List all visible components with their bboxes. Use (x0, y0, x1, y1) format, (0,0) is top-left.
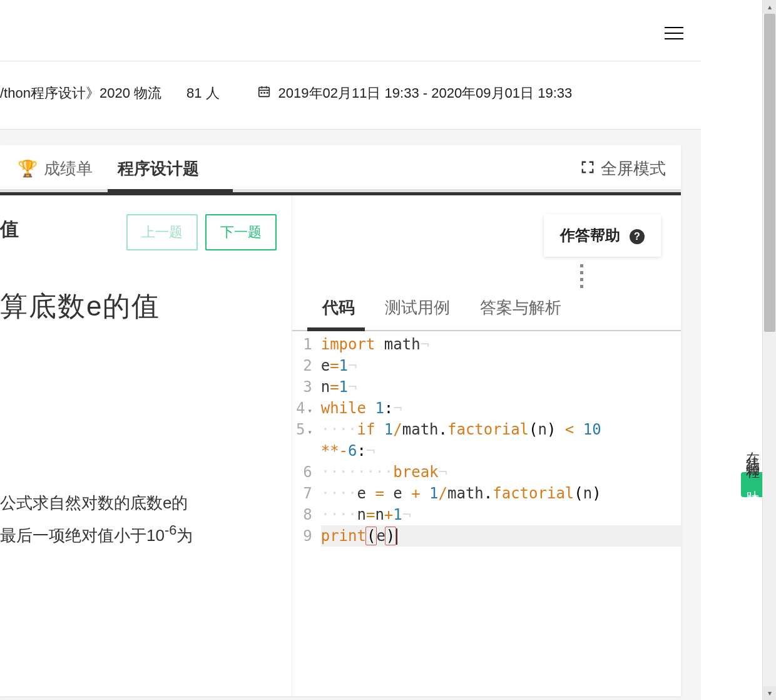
top-tabs: 🏆 成绩单 程序设计题 全屏模式 (0, 145, 681, 195)
right-pane: 作答帮助 ? 代码 测试用例 答案与解析 1 2 (292, 195, 681, 696)
tab-programming-label: 程序设计题 (118, 158, 199, 180)
help-button[interactable]: 作答帮助 ? (544, 214, 661, 257)
code-tabs-underline (307, 327, 365, 331)
fullscreen-button[interactable]: 全屏模式 (581, 158, 666, 180)
tabs-underline-active (108, 189, 233, 192)
svg-rect-4 (260, 92, 262, 94)
line-gutter: 1 2 3 4 5 6 7 8 9 (292, 331, 321, 549)
desc-line-2: 最后一项绝对值小于10-6为 (0, 518, 277, 550)
problem-nav: 值 上一题 下一题 (0, 214, 277, 250)
problem-title: 算底数e的值 (0, 288, 277, 325)
fullscreen-icon (581, 160, 595, 178)
page-container: /thon程序设计》2020 物流 81 人 2019年02月11日 19:33… (0, 0, 701, 700)
header-info: /thon程序设计》2020 物流 81 人 2019年02月11日 19:33… (0, 84, 701, 103)
svg-rect-6 (266, 92, 268, 94)
help-button-label: 作答帮助 (560, 227, 620, 244)
main-card: 🏆 成绩单 程序设计题 全屏模式 值 上一题 下一题 (0, 145, 681, 696)
tab-scoreboard-label: 成绩单 (44, 158, 93, 180)
code-tabs: 代码 测试用例 答案与解析 (292, 286, 681, 331)
help-icon: ? (630, 229, 645, 244)
trophy-icon: 🏆 (18, 159, 38, 178)
desc-line-1: 公式求自然对数的底数e的 (0, 488, 277, 518)
content-split: 值 上一题 下一题 算底数e的值 公式求自然对数的底数e的 最后一项绝对值小于1… (0, 195, 681, 696)
prev-problem-button[interactable]: 上一题 (126, 214, 198, 250)
scroll-down-arrow[interactable]: ▾ (763, 686, 777, 700)
course-name: /thon程序设计》2020 物流 (0, 84, 161, 103)
scroll-thumb[interactable] (764, 14, 775, 332)
tab-scoreboard[interactable]: 🏆 成绩单 (5, 145, 105, 192)
online-programming-label[interactable]: 在线编程 (741, 436, 765, 466)
tab-testcase[interactable]: 测试用例 (370, 286, 465, 330)
tab-answer[interactable]: 答案与解析 (465, 286, 576, 330)
hamburger-menu-icon[interactable] (665, 23, 683, 44)
scroll-up-arrow[interactable]: ▴ (763, 0, 777, 14)
date-range: 2019年02月11日 19:33 - 2020年09月01日 19:33 (278, 84, 573, 103)
tab-programming[interactable]: 程序设计题 (105, 145, 212, 192)
people-count: 81 人 (186, 84, 220, 103)
tab-code[interactable]: 代码 (307, 286, 370, 330)
pane-resize-handle[interactable] (580, 264, 583, 288)
side-panel: 在线编程 吐槽 (741, 436, 762, 497)
truncated-header: 值 (0, 214, 19, 242)
fullscreen-label: 全屏模式 (601, 158, 666, 180)
svg-rect-0 (258, 88, 269, 97)
left-pane: 值 上一题 下一题 算底数e的值 公式求自然对数的底数e的 最后一项绝对值小于1… (0, 195, 292, 696)
scrollbar-vertical[interactable]: ▴ ▾ (762, 0, 776, 700)
svg-rect-5 (263, 92, 265, 94)
code-editor[interactable]: 1 2 3 4 5 6 7 8 9 import math¬ e=1¬ n=1¬… (292, 331, 681, 549)
next-problem-button[interactable]: 下一题 (205, 214, 277, 250)
problem-description: 公式求自然对数的底数e的 最后一项绝对值小于10-6为 (0, 488, 277, 550)
calendar-icon (257, 85, 271, 102)
header-bar: /thon程序设计》2020 物流 81 人 2019年02月11日 19:33… (0, 61, 701, 125)
tabs-underline (0, 189, 681, 192)
code-lines[interactable]: import math¬ e=1¬ n=1¬ while 1:¬ ····if … (321, 331, 681, 549)
